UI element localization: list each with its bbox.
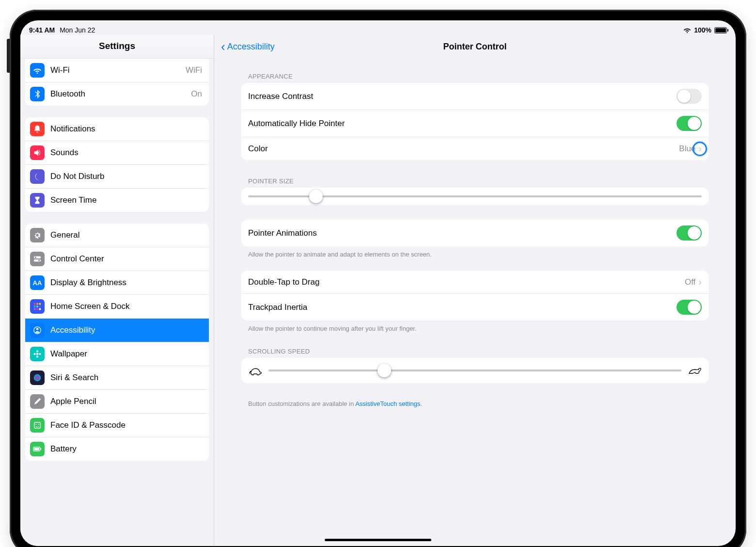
- sidebar-item-label: Control Center: [50, 254, 202, 264]
- auto-hide-row[interactable]: Automatically Hide Pointer: [241, 110, 709, 137]
- svg-rect-5: [36, 303, 38, 305]
- svg-point-20: [34, 374, 41, 381]
- sidebar-item-label: Siri & Search: [50, 373, 202, 383]
- sidebar-item-label: Notifications: [50, 124, 202, 134]
- pointer-animations-switch[interactable]: [677, 225, 702, 241]
- svg-point-22: [35, 424, 36, 425]
- svg-point-14: [36, 328, 39, 330]
- svg-point-3: [38, 260, 40, 261]
- sidebar-item-battery[interactable]: Battery: [25, 437, 209, 461]
- double-tap-label: Double-Tap to Drag: [248, 277, 685, 287]
- sidebar-item-display-brightness[interactable]: AADisplay & Brightness: [25, 271, 209, 295]
- svg-point-15: [36, 353, 39, 355]
- sidebar-item-siri-search[interactable]: Siri & Search: [25, 366, 209, 390]
- sidebar-item-control-center[interactable]: Control Center: [25, 247, 209, 271]
- pencil-icon: [30, 394, 45, 409]
- sidebar-item-apple-pencil[interactable]: Apple Pencil: [25, 390, 209, 414]
- sidebar-item-label: Wi-Fi: [50, 65, 184, 75]
- svg-rect-8: [36, 306, 38, 307]
- wifi-icon: [683, 27, 691, 33]
- svg-point-27: [250, 371, 251, 372]
- increase-contrast-label: Increase Contrast: [248, 92, 677, 101]
- speaker-icon: [30, 145, 45, 160]
- svg-rect-4: [34, 303, 36, 305]
- switches-icon: [30, 252, 45, 266]
- chevron-right-icon: ›: [698, 276, 702, 288]
- pointer-animations-row[interactable]: Pointer Animations: [241, 220, 709, 246]
- increase-contrast-switch[interactable]: [677, 89, 702, 104]
- back-button[interactable]: ‹ Accessibility: [221, 42, 275, 52]
- svg-rect-9: [39, 306, 41, 307]
- sidebar-item-bluetooth[interactable]: BluetoothOn: [25, 82, 209, 106]
- inertia-footnote: Allow the pointer to continue moving aft…: [241, 321, 709, 335]
- sidebar-item-label: Apple Pencil: [50, 397, 202, 406]
- detail-title: Pointer Control: [214, 42, 736, 52]
- auto-hide-switch[interactable]: [677, 116, 702, 131]
- detail-pane: ‹ Accessibility Pointer Control APPEARAN…: [214, 35, 736, 546]
- trackpad-inertia-row[interactable]: Trackpad Inertia: [241, 294, 709, 321]
- sidebar-item-label: General: [50, 230, 202, 240]
- svg-point-19: [39, 353, 41, 355]
- hourglass-icon: [30, 193, 45, 208]
- svg-point-16: [36, 350, 39, 353]
- detail-header: ‹ Accessibility Pointer Control: [214, 35, 736, 58]
- sidebar-item-wi-fi[interactable]: Wi-FiWiFi: [25, 59, 209, 82]
- back-label: Accessibility: [227, 42, 275, 52]
- color-label: Color: [248, 144, 679, 154]
- auto-hide-label: Automatically Hide Pointer: [248, 119, 677, 129]
- sidebar-item-label: Battery: [50, 444, 202, 454]
- sidebar-title: Settings: [20, 35, 214, 59]
- moon-icon: [30, 169, 45, 184]
- sidebar-item-do-not-disturb[interactable]: Do Not Disturb: [25, 165, 209, 189]
- assistivetouch-link[interactable]: AssistiveTouch settings: [355, 400, 420, 407]
- increase-contrast-row[interactable]: Increase Contrast: [241, 83, 709, 110]
- battery-icon: [30, 442, 45, 456]
- trackpad-inertia-label: Trackpad Inertia: [248, 303, 677, 312]
- person-icon: [30, 323, 45, 338]
- sidebar-item-home-screen-dock[interactable]: Home Screen & Dock: [25, 295, 209, 319]
- settings-sidebar: Settings Wi-FiWiFiBluetoothOn Notificati…: [20, 35, 214, 546]
- grid-icon: [30, 299, 45, 314]
- svg-point-18: [33, 353, 36, 355]
- face-icon: [30, 418, 45, 433]
- sidebar-item-accessibility[interactable]: Accessibility: [25, 319, 209, 342]
- home-indicator: [325, 539, 431, 541]
- svg-rect-12: [39, 308, 41, 310]
- svg-rect-6: [39, 303, 41, 305]
- sidebar-item-label: Face ID & Passcode: [50, 420, 202, 430]
- bell-icon: [30, 122, 45, 136]
- sidebar-item-label: Screen Time: [50, 195, 202, 205]
- sidebar-item-label: Display & Brightness: [50, 278, 202, 288]
- color-row[interactable]: Color Blue ›: [241, 137, 709, 160]
- status-time: 9:41 AM: [29, 26, 55, 34]
- scrolling-header: SCROLLING SPEED: [241, 342, 709, 358]
- sidebar-item-label: Home Screen & Dock: [50, 302, 202, 311]
- svg-rect-26: [34, 448, 39, 450]
- hare-icon: [687, 366, 702, 375]
- sidebar-item-wallpaper[interactable]: Wallpaper: [25, 342, 209, 366]
- pointer-animations-label: Pointer Animations: [248, 228, 677, 238]
- sidebar-item-sounds[interactable]: Sounds: [25, 141, 209, 165]
- sidebar-item-face-id-passcode[interactable]: Face ID & Passcode: [25, 414, 209, 437]
- sidebar-item-value: On: [191, 89, 202, 99]
- sidebar-item-label: Accessibility: [50, 325, 202, 335]
- sidebar-item-general[interactable]: General: [25, 224, 209, 247]
- svg-rect-25: [41, 448, 42, 450]
- sidebar-item-notifications[interactable]: Notifications: [25, 117, 209, 141]
- wifi-icon: [30, 63, 45, 78]
- pointer-size-slider[interactable]: [248, 195, 702, 197]
- double-tap-row[interactable]: Double-Tap to Drag Off ›: [241, 271, 709, 294]
- status-date: Mon Jun 22: [60, 26, 95, 34]
- sidebar-item-screen-time[interactable]: Screen Time: [25, 189, 209, 212]
- AA-icon: AA: [30, 275, 45, 290]
- battery-icon: [714, 27, 727, 33]
- trackpad-inertia-switch[interactable]: [677, 300, 702, 315]
- svg-rect-10: [34, 308, 36, 310]
- focus-ring: [693, 142, 707, 156]
- siri-icon: [30, 370, 45, 385]
- sidebar-item-label: Do Not Disturb: [50, 172, 202, 181]
- scrolling-speed-slider[interactable]: [268, 370, 681, 371]
- button-customization-note: Button customizations are available in A…: [241, 396, 709, 410]
- svg-point-28: [698, 369, 699, 370]
- pointer-animations-footnote: Allow the pointer to animate and adapt t…: [241, 246, 709, 261]
